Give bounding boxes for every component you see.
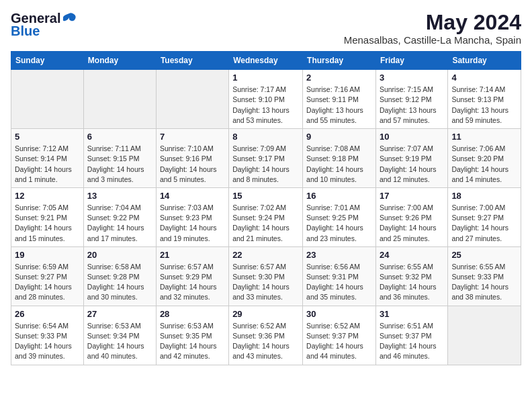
calendar-cell: 5Sunrise: 7:12 AMSunset: 9:14 PMDaylight… <box>11 129 84 188</box>
calendar-cell: 17Sunrise: 7:00 AMSunset: 9:26 PMDayligh… <box>375 187 447 246</box>
day-number: 5 <box>15 132 80 142</box>
calendar-cell <box>448 306 521 365</box>
day-info: Sunrise: 6:59 AMSunset: 9:27 PMDaylight:… <box>15 262 80 303</box>
calendar-cell: 21Sunrise: 6:57 AMSunset: 9:29 PMDayligh… <box>156 246 228 306</box>
calendar-cell: 14Sunrise: 7:03 AMSunset: 9:23 PMDayligh… <box>156 187 228 246</box>
day-number: 23 <box>306 250 372 260</box>
logo: General Blue <box>11 11 77 39</box>
calendar-table: SundayMondayTuesdayWednesdayThursdayFrid… <box>11 51 521 365</box>
weekday-header: Sunday <box>11 52 84 70</box>
day-number: 31 <box>380 309 444 319</box>
day-info: Sunrise: 7:07 AMSunset: 9:19 PMDaylight:… <box>380 144 444 185</box>
day-info: Sunrise: 7:10 AMSunset: 9:16 PMDaylight:… <box>160 144 225 185</box>
day-info: Sunrise: 6:56 AMSunset: 9:31 PMDaylight:… <box>306 262 372 303</box>
calendar-cell: 4Sunrise: 7:14 AMSunset: 9:13 PMDaylight… <box>448 70 521 129</box>
calendar-cell: 20Sunrise: 6:58 AMSunset: 9:28 PMDayligh… <box>83 246 156 306</box>
location-title: Menasalbas, Castille-La Mancha, Spain <box>344 34 521 46</box>
day-info: Sunrise: 6:55 AMSunset: 9:32 PMDaylight:… <box>380 262 444 303</box>
weekday-header: Saturday <box>448 52 521 70</box>
calendar-cell: 1Sunrise: 7:17 AMSunset: 9:10 PMDaylight… <box>229 70 303 129</box>
day-number: 17 <box>380 191 444 201</box>
calendar-cell: 23Sunrise: 6:56 AMSunset: 9:31 PMDayligh… <box>303 246 376 306</box>
calendar-cell <box>11 70 84 129</box>
day-info: Sunrise: 6:55 AMSunset: 9:33 PMDaylight:… <box>451 262 517 303</box>
calendar-cell: 10Sunrise: 7:07 AMSunset: 9:19 PMDayligh… <box>375 129 447 188</box>
day-number: 8 <box>232 132 299 142</box>
day-info: Sunrise: 7:01 AMSunset: 9:25 PMDaylight:… <box>306 203 372 244</box>
day-info: Sunrise: 7:08 AMSunset: 9:18 PMDaylight:… <box>306 144 372 185</box>
day-info: Sunrise: 7:12 AMSunset: 9:14 PMDaylight:… <box>15 144 80 185</box>
day-info: Sunrise: 7:15 AMSunset: 9:12 PMDaylight:… <box>380 85 444 126</box>
day-number: 18 <box>451 191 517 201</box>
calendar-cell: 26Sunrise: 6:54 AMSunset: 9:33 PMDayligh… <box>11 306 84 365</box>
weekday-header: Monday <box>83 52 156 70</box>
day-info: Sunrise: 7:11 AMSunset: 9:15 PMDaylight:… <box>87 144 152 185</box>
day-number: 6 <box>87 132 152 142</box>
calendar-cell: 16Sunrise: 7:01 AMSunset: 9:25 PMDayligh… <box>303 187 376 246</box>
day-info: Sunrise: 7:17 AMSunset: 9:10 PMDaylight:… <box>232 85 299 126</box>
day-number: 29 <box>232 309 299 319</box>
calendar-cell: 25Sunrise: 6:55 AMSunset: 9:33 PMDayligh… <box>448 246 521 306</box>
day-number: 27 <box>87 309 152 319</box>
day-info: Sunrise: 6:57 AMSunset: 9:29 PMDaylight:… <box>160 262 225 303</box>
calendar-cell: 8Sunrise: 7:09 AMSunset: 9:17 PMDaylight… <box>229 129 303 188</box>
day-number: 11 <box>451 132 517 142</box>
title-area: May 2024 Menasalbas, Castille-La Mancha,… <box>344 11 521 46</box>
logo-blue: Blue <box>11 24 40 39</box>
calendar-cell: 11Sunrise: 7:06 AMSunset: 9:20 PMDayligh… <box>448 129 521 188</box>
day-info: Sunrise: 7:00 AMSunset: 9:26 PMDaylight:… <box>380 203 444 244</box>
day-info: Sunrise: 7:14 AMSunset: 9:13 PMDaylight:… <box>451 85 517 126</box>
day-number: 16 <box>306 191 372 201</box>
day-info: Sunrise: 6:54 AMSunset: 9:33 PMDaylight:… <box>15 321 80 362</box>
calendar-cell: 27Sunrise: 6:53 AMSunset: 9:34 PMDayligh… <box>83 306 156 365</box>
day-number: 10 <box>380 132 444 142</box>
day-number: 22 <box>232 250 299 260</box>
calendar-cell: 31Sunrise: 6:51 AMSunset: 9:37 PMDayligh… <box>375 306 447 365</box>
day-number: 13 <box>87 191 152 201</box>
day-number: 14 <box>160 191 225 201</box>
calendar-cell: 30Sunrise: 6:52 AMSunset: 9:37 PMDayligh… <box>303 306 376 365</box>
day-number: 24 <box>380 250 444 260</box>
day-number: 1 <box>232 73 299 83</box>
calendar-cell: 15Sunrise: 7:02 AMSunset: 9:24 PMDayligh… <box>229 187 303 246</box>
calendar-cell: 19Sunrise: 6:59 AMSunset: 9:27 PMDayligh… <box>11 246 84 306</box>
day-number: 3 <box>380 73 444 83</box>
day-number: 2 <box>306 73 372 83</box>
calendar-cell: 13Sunrise: 7:04 AMSunset: 9:22 PMDayligh… <box>83 187 156 246</box>
day-number: 21 <box>160 250 225 260</box>
weekday-header: Thursday <box>303 52 376 70</box>
day-number: 7 <box>160 132 225 142</box>
day-info: Sunrise: 7:03 AMSunset: 9:23 PMDaylight:… <box>160 203 225 244</box>
calendar-cell: 29Sunrise: 6:52 AMSunset: 9:36 PMDayligh… <box>229 306 303 365</box>
calendar-cell: 3Sunrise: 7:15 AMSunset: 9:12 PMDaylight… <box>375 70 447 129</box>
month-title: May 2024 <box>344 11 521 34</box>
day-info: Sunrise: 7:04 AMSunset: 9:22 PMDaylight:… <box>87 203 152 244</box>
day-number: 26 <box>15 309 80 319</box>
day-number: 28 <box>160 309 225 319</box>
day-info: Sunrise: 7:06 AMSunset: 9:20 PMDaylight:… <box>451 144 517 185</box>
day-info: Sunrise: 7:05 AMSunset: 9:21 PMDaylight:… <box>15 203 80 244</box>
page-header: General Blue May 2024 Menasalbas, Castil… <box>11 11 521 46</box>
day-number: 25 <box>451 250 517 260</box>
day-number: 12 <box>15 191 80 201</box>
day-info: Sunrise: 6:58 AMSunset: 9:28 PMDaylight:… <box>87 262 152 303</box>
calendar-cell: 9Sunrise: 7:08 AMSunset: 9:18 PMDaylight… <box>303 129 376 188</box>
calendar-cell: 7Sunrise: 7:10 AMSunset: 9:16 PMDaylight… <box>156 129 228 188</box>
day-info: Sunrise: 6:52 AMSunset: 9:37 PMDaylight:… <box>306 321 372 362</box>
day-info: Sunrise: 6:53 AMSunset: 9:35 PMDaylight:… <box>160 321 225 362</box>
day-info: Sunrise: 7:02 AMSunset: 9:24 PMDaylight:… <box>232 203 299 244</box>
day-info: Sunrise: 7:16 AMSunset: 9:11 PMDaylight:… <box>306 85 372 126</box>
weekday-header: Wednesday <box>229 52 303 70</box>
weekday-header: Tuesday <box>156 52 228 70</box>
weekday-header: Friday <box>375 52 447 70</box>
calendar-cell: 24Sunrise: 6:55 AMSunset: 9:32 PMDayligh… <box>375 246 447 306</box>
calendar-cell <box>83 70 156 129</box>
day-number: 19 <box>15 250 80 260</box>
day-number: 20 <box>87 250 152 260</box>
calendar-cell: 6Sunrise: 7:11 AMSunset: 9:15 PMDaylight… <box>83 129 156 188</box>
calendar-cell: 12Sunrise: 7:05 AMSunset: 9:21 PMDayligh… <box>11 187 84 246</box>
calendar-cell: 28Sunrise: 6:53 AMSunset: 9:35 PMDayligh… <box>156 306 228 365</box>
calendar-cell: 22Sunrise: 6:57 AMSunset: 9:30 PMDayligh… <box>229 246 303 306</box>
day-info: Sunrise: 6:53 AMSunset: 9:34 PMDaylight:… <box>87 321 152 362</box>
day-number: 15 <box>232 191 299 201</box>
